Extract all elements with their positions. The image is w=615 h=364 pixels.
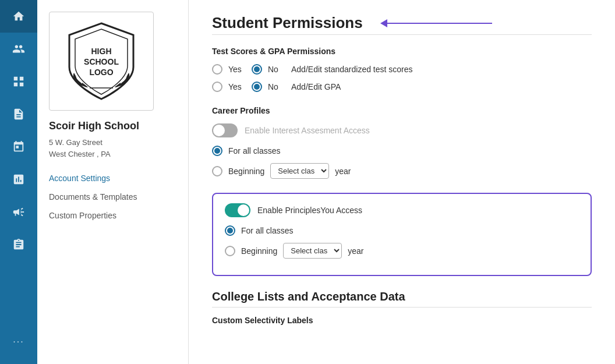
- principles-for-all-radio[interactable]: [225, 225, 235, 236]
- career-beginning-radio[interactable]: [212, 166, 222, 176]
- career-profiles-title: Career Profiles: [212, 106, 592, 115]
- sidebar-rail: ···: [0, 0, 37, 364]
- college-section: College Lists and Acceptance Data Custom…: [212, 290, 592, 325]
- principles-class-select[interactable]: Select clas: [283, 243, 342, 259]
- nav-custom-properties[interactable]: Custom Properties: [49, 206, 176, 225]
- test-scores-desc: Add/Edit standardized test scores: [291, 65, 413, 74]
- arrow-line: [387, 23, 492, 24]
- principles-for-all-label: For all classes: [241, 226, 293, 235]
- career-for-all-label: For all classes: [228, 146, 280, 156]
- arrow-indicator: [380, 19, 492, 27]
- principles-beginning-label: Beginning: [241, 246, 277, 256]
- nav-documents-templates[interactable]: Documents & Templates: [49, 188, 176, 206]
- document-icon[interactable]: [0, 98, 37, 130]
- gpa-yes-label: Yes: [228, 82, 246, 91]
- test-scores-no-label: No: [268, 65, 285, 74]
- school-address-line1: 5 W. Gay Street West Chester , PA: [49, 137, 176, 160]
- principles-beginning-row: Beginning Select clas year: [225, 243, 579, 259]
- left-panel: HIGH SCHOOL LOGO Scoir High School 5 W. …: [37, 0, 189, 364]
- svg-text:HIGH: HIGH: [91, 47, 112, 56]
- principles-you-toggle-row: Enable PrinciplesYou Access: [225, 203, 579, 217]
- interest-assessment-toggle-row: Enable Interest Assesment Access: [212, 123, 592, 137]
- main-content: Student Permissions Test Scores & GPA Pe…: [189, 0, 615, 364]
- nav-account-settings[interactable]: Account Settings: [49, 169, 176, 188]
- career-beginning-label: Beginning: [228, 167, 264, 176]
- test-scores-section: Test Scores & GPA Permissions Yes No Add…: [212, 47, 592, 92]
- interest-assessment-toggle-knob: [213, 125, 225, 136]
- principles-you-label: Enable PrinciplesYou Access: [257, 206, 362, 215]
- school-name: Scoir High School: [49, 120, 176, 132]
- career-class-select[interactable]: Select clas: [270, 163, 329, 179]
- career-for-all-radio[interactable]: [212, 146, 222, 156]
- more-icon[interactable]: ···: [0, 326, 37, 358]
- principles-for-all-row: For all classes: [225, 225, 579, 236]
- gpa-no-radio[interactable]: [252, 82, 262, 92]
- arrow-head: [380, 19, 387, 27]
- more-dots: ···: [13, 337, 24, 347]
- college-divider: [212, 307, 592, 308]
- clipboard-icon[interactable]: [0, 228, 37, 261]
- test-scores-title: Test Scores & GPA Permissions: [212, 47, 592, 56]
- test-scores-yes-label: Yes: [228, 65, 246, 74]
- principles-you-toggle-knob: [238, 204, 249, 216]
- test-scores-no-radio[interactable]: [252, 64, 262, 75]
- page-title-row: Student Permissions: [212, 14, 592, 32]
- gpa-desc: Add/Edit GPA: [291, 82, 341, 91]
- chart-icon[interactable]: [0, 163, 37, 196]
- gpa-no-label: No: [268, 82, 285, 91]
- career-year-label: year: [335, 167, 351, 176]
- school-logo-box: HIGH SCHOOL LOGO: [49, 12, 154, 111]
- principles-year-label: year: [348, 246, 363, 256]
- title-divider: [212, 34, 592, 35]
- principles-you-toggle[interactable]: [225, 203, 250, 217]
- custom-selectivity-title: Custom Selectivity Labels: [212, 316, 592, 325]
- megaphone-icon[interactable]: [0, 196, 37, 228]
- interest-assessment-toggle[interactable]: [212, 123, 238, 137]
- college-title: College Lists and Acceptance Data: [212, 290, 592, 303]
- interest-assessment-label: Enable Interest Assesment Access: [245, 126, 370, 135]
- career-for-all-row: For all classes: [212, 146, 592, 156]
- test-scores-row-1: Yes No Add/Edit standardized test scores: [212, 64, 592, 75]
- users-icon[interactable]: [0, 33, 37, 65]
- principles-beginning-radio[interactable]: [225, 246, 235, 256]
- gpa-row: Yes No Add/Edit GPA: [212, 82, 592, 92]
- svg-text:SCHOOL: SCHOOL: [84, 57, 119, 66]
- principles-you-section: Enable PrinciplesYou Access For all clas…: [212, 193, 592, 276]
- calendar-icon[interactable]: [0, 130, 37, 163]
- test-scores-yes-radio[interactable]: [212, 64, 222, 75]
- career-profiles-section: Career Profiles Enable Interest Assesmen…: [212, 106, 592, 179]
- school-logo-svg: HIGH SCHOOL LOGO: [63, 20, 139, 102]
- gpa-yes-radio[interactable]: [212, 82, 222, 92]
- home-icon[interactable]: [0, 0, 37, 33]
- page-title: Student Permissions: [212, 14, 363, 32]
- grid-icon[interactable]: [0, 65, 37, 98]
- career-beginning-row: Beginning Select clas year: [212, 163, 592, 179]
- svg-text:LOGO: LOGO: [89, 68, 113, 77]
